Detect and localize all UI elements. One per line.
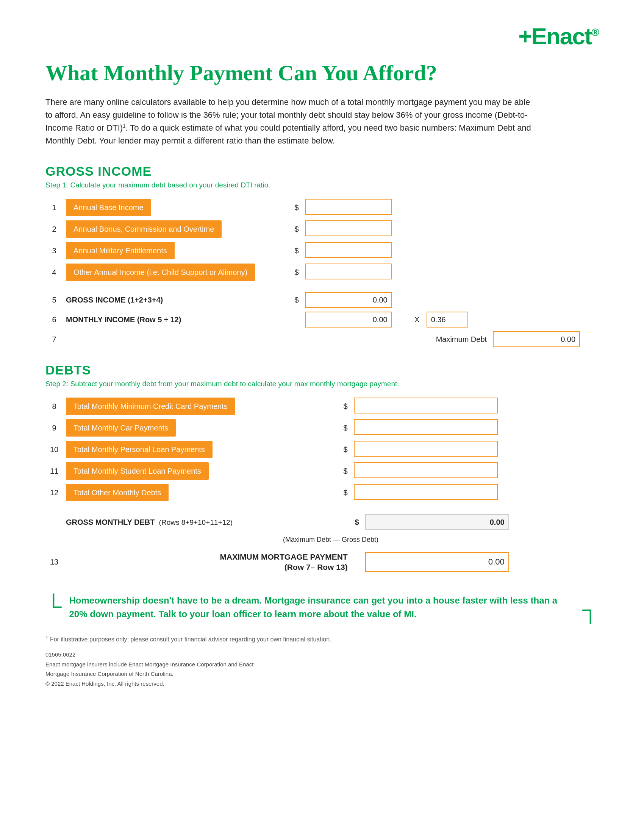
row-num-5: 5 [45, 290, 63, 310]
row11-label: Total Monthly Student Loan Payments [66, 462, 209, 480]
bracket-right-icon: ┐ [582, 598, 599, 621]
dollar-sign-4: $ [291, 262, 302, 283]
row5-value: 0.00 [305, 292, 392, 308]
row-num-3: 3 [45, 240, 63, 262]
gross-monthly-value: 0.00 [365, 514, 509, 530]
max-debt-note: (Maximum Debt — Gross Debt) [66, 534, 596, 547]
table-row-7: 7 Maximum Debt 0.00 [45, 330, 599, 349]
row1-label: Annual Base Income [66, 199, 151, 216]
callout-text: Homeownership doesn't have to be a dream… [69, 594, 575, 621]
row-num-2: 2 [45, 219, 63, 240]
gross-monthly-dollar: $ [351, 510, 362, 532]
footer-bottom: 01565.0622 Enact mortgage insurers inclu… [45, 650, 599, 688]
row-num-6: 6 [45, 310, 63, 330]
max-mortgage-label: MAXIMUM MORTGAGE PAYMENT (Row 7– Row 13) [66, 552, 348, 572]
debts-step: Step 2: Subtract your monthly debt from … [45, 380, 599, 388]
page-title: What Monthly Payment Can You Afford? [45, 61, 599, 85]
row1-input[interactable] [305, 199, 392, 215]
row-num-1: 1 [45, 197, 63, 219]
row6-label: MONTHLY INCOME (Row 5 ÷ 12) [63, 310, 291, 330]
dollar-sign-3: $ [291, 240, 302, 262]
dollar-sign-1: $ [291, 197, 302, 219]
row10-input[interactable] [354, 441, 498, 457]
row9-input[interactable] [354, 419, 498, 435]
row10-label: Total Monthly Personal Loan Payments [66, 441, 213, 458]
row2-label: Annual Bonus, Commission and Overtime [66, 220, 222, 238]
intro-text: There are many online calculators availa… [45, 96, 538, 147]
table-row: 9 Total Monthly Car Payments $ [45, 417, 599, 439]
max-mortgage-row: 13 MAXIMUM MORTGAGE PAYMENT (Row 7– Row … [45, 548, 599, 576]
row-num-10: 10 [45, 439, 63, 460]
row2-input[interactable] [305, 220, 392, 236]
table-row-6: 6 MONTHLY INCOME (Row 5 ÷ 12) 0.00 X 0.3… [45, 310, 599, 330]
bottom-callout: └ Homeownership doesn't have to be a dre… [45, 594, 599, 621]
debts-table: 8 Total Monthly Minimum Credit Card Paym… [45, 396, 599, 576]
row4-input[interactable] [305, 264, 392, 280]
table-row: 10 Total Monthly Personal Loan Payments … [45, 439, 599, 460]
dollar-sign-8: $ [340, 396, 351, 417]
row12-input[interactable] [354, 484, 498, 500]
row6-value: 0.00 [305, 312, 392, 328]
dollar-sign-2: $ [291, 219, 302, 240]
dti-input[interactable]: 0.36 [427, 312, 468, 328]
max-mortgage-value: 0.00 [365, 552, 509, 572]
row8-label: Total Monthly Minimum Credit Card Paymen… [66, 397, 235, 415]
row3-input[interactable] [305, 242, 392, 258]
logo-area: +Enact® [45, 23, 599, 50]
row4-label: Other Annual Income (i.e. Child Support … [66, 264, 255, 281]
max-debt-value: 0.00 [493, 331, 580, 347]
gross-monthly-rows: (Rows 8+9+10+11+12) [159, 518, 233, 526]
row-num-13: 13 [45, 548, 63, 576]
table-row: 12 Total Other Monthly Debts $ [45, 482, 599, 503]
gross-income-header: GROSS INCOME [45, 164, 599, 179]
row-num-9: 9 [45, 417, 63, 439]
table-row: 1 Annual Base Income $ [45, 197, 599, 219]
table-row: 4 Other Annual Income (i.e. Child Suppor… [45, 262, 599, 283]
gross-income-step: Step 1: Calculate your maximum debt base… [45, 181, 599, 189]
row11-input[interactable] [354, 462, 498, 478]
dollar-sign-12: $ [340, 482, 351, 503]
gross-monthly-row: GROSS MONTHLY DEBT (Rows 8+9+10+11+12) $… [45, 510, 599, 532]
table-row: 3 Annual Military Entitlements $ [45, 240, 599, 262]
table-row-5: 5 GROSS INCOME (1+2+3+4) $ 0.00 [45, 290, 599, 310]
max-debt-label: Maximum Debt [423, 330, 490, 349]
row-num-12: 12 [45, 482, 63, 503]
row9-label: Total Monthly Car Payments [66, 419, 176, 437]
dollar-sign-9: $ [340, 417, 351, 439]
footer-disclaimer: 1 For illustrative purposes only; please… [45, 635, 599, 643]
row-num-11: 11 [45, 460, 63, 482]
row-num-7: 7 [45, 330, 63, 349]
logo-text: +Enact® [518, 23, 599, 49]
logo-plus: + [518, 23, 531, 49]
max-debt-note-row: (Maximum Debt — Gross Debt) [45, 532, 599, 548]
table-row: 8 Total Monthly Minimum Credit Card Paym… [45, 396, 599, 417]
row3-label: Annual Military Entitlements [66, 242, 175, 259]
gross-monthly-num [45, 510, 63, 532]
row12-label: Total Other Monthly Debts [66, 484, 169, 501]
multiplier-x: X [410, 310, 423, 330]
row5-label: GROSS INCOME (1+2+3+4) [63, 290, 291, 310]
table-row: 2 Annual Bonus, Commission and Overtime … [45, 219, 599, 240]
dollar-sign-10: $ [340, 439, 351, 460]
dollar-sign-5: $ [291, 290, 302, 310]
gross-monthly-label: GROSS MONTHLY DEBT [66, 518, 155, 526]
bracket-left-icon: └ [45, 595, 62, 618]
gross-income-table: 1 Annual Base Income $ 2 Annual Bonus, C… [45, 197, 599, 349]
logo-registered: ® [591, 26, 599, 38]
debts-header: DEBTS [45, 363, 599, 378]
table-row: 11 Total Monthly Student Loan Payments $ [45, 460, 599, 482]
row8-input[interactable] [354, 397, 498, 413]
dollar-sign-11: $ [340, 460, 351, 482]
row-num-4: 4 [45, 262, 63, 283]
row-num-8: 8 [45, 396, 63, 417]
